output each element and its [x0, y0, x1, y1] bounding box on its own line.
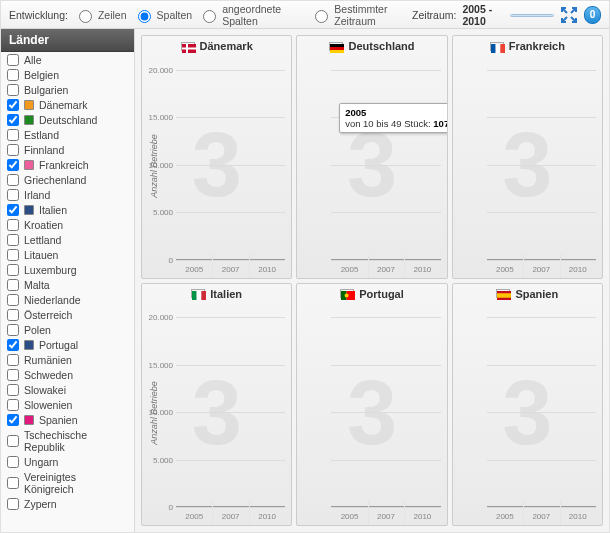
- sidebar-item-ungarn[interactable]: Ungarn: [1, 454, 134, 469]
- plot-area[interactable]: 3200520072010: [297, 302, 446, 526]
- sidebar-item-dänemark[interactable]: Dänemark: [1, 97, 134, 112]
- country-checkbox[interactable]: [7, 84, 19, 96]
- expand-icon[interactable]: [560, 6, 578, 24]
- range-label: Zeitraum:: [412, 9, 456, 21]
- flag-icon: [181, 42, 195, 51]
- country-checkbox[interactable]: [7, 498, 19, 510]
- color-swatch: [24, 340, 34, 350]
- sidebar-item-frankreich[interactable]: Frankreich: [1, 157, 134, 172]
- country-label: Italien: [39, 204, 67, 216]
- country-checkbox[interactable]: [7, 219, 19, 231]
- x-tick: 2005: [487, 265, 523, 274]
- notification-bubble[interactable]: 0: [584, 6, 601, 24]
- sidebar-item-österreich[interactable]: Österreich: [1, 307, 134, 322]
- y-tick: 20.000: [149, 313, 176, 322]
- country-checkbox[interactable]: [7, 204, 19, 216]
- axis-area: 200520072010: [331, 308, 440, 508]
- svg-rect-7: [495, 44, 500, 53]
- country-checkbox[interactable]: [7, 144, 19, 156]
- sidebar-item-spanien[interactable]: Spanien: [1, 412, 134, 427]
- sidebar-item-slowenien[interactable]: Slowenien: [1, 397, 134, 412]
- country-checkbox[interactable]: [7, 294, 19, 306]
- country-checkbox[interactable]: [7, 174, 19, 186]
- sidebar-item-griechenland[interactable]: Griechenland: [1, 172, 134, 187]
- sidebar-item-belgien[interactable]: Belgien: [1, 67, 134, 82]
- country-checkbox[interactable]: [7, 339, 19, 351]
- x-tick: 2007: [368, 512, 404, 521]
- sidebar-item-deutschland[interactable]: Deutschland: [1, 112, 134, 127]
- country-checkbox[interactable]: [7, 324, 19, 336]
- country-checkbox[interactable]: [7, 354, 19, 366]
- plot-area[interactable]: 3200520072010: [453, 302, 602, 526]
- sidebar-item-kroatien[interactable]: Kroatien: [1, 217, 134, 232]
- country-checkbox[interactable]: [7, 477, 19, 489]
- country-checkbox[interactable]: [7, 279, 19, 291]
- sidebar-item-luxemburg[interactable]: Luxemburg: [1, 262, 134, 277]
- flag-icon: [329, 42, 343, 51]
- sidebar-item-zypern[interactable]: Zypern: [1, 496, 134, 511]
- x-tick: 2005: [176, 265, 212, 274]
- y-tick: 0: [169, 503, 176, 512]
- radio-zeitraum[interactable]: Bestimmter Zeitraum: [310, 3, 400, 27]
- country-checkbox[interactable]: [7, 114, 19, 126]
- plot-area[interactable]: 3Anzahl Betriebe05.00010.00015.00020.000…: [142, 54, 291, 278]
- plot-area[interactable]: 3200520072010: [453, 54, 602, 278]
- x-tick: 2007: [523, 512, 559, 521]
- svg-rect-8: [500, 44, 505, 53]
- sidebar-item-irland[interactable]: Irland: [1, 187, 134, 202]
- sidebar-item-bulgarien[interactable]: Bulgarien: [1, 82, 134, 97]
- sidebar-item-rumänien[interactable]: Rumänien: [1, 352, 134, 367]
- sidebar-item-finnland[interactable]: Finnland: [1, 142, 134, 157]
- sidebar-item-vereinigtes-königreich[interactable]: Vereinigtes Königreich: [1, 469, 134, 496]
- country-checkbox[interactable]: [7, 384, 19, 396]
- axis-area: 200520072010: [487, 60, 596, 260]
- country-checkbox[interactable]: [7, 69, 19, 81]
- chart-panel-frankreich: Frankreich3200520072010: [452, 35, 603, 279]
- sidebar-item-polen[interactable]: Polen: [1, 322, 134, 337]
- sidebar-item-portugal[interactable]: Portugal: [1, 337, 134, 352]
- sidebar-item-alle[interactable]: Alle: [1, 52, 134, 67]
- bars-container: 200520072010: [176, 308, 285, 508]
- svg-point-14: [345, 294, 349, 298]
- sidebar-item-malta[interactable]: Malta: [1, 277, 134, 292]
- sidebar-item-italien[interactable]: Italien: [1, 202, 134, 217]
- country-checkbox[interactable]: [7, 54, 19, 66]
- country-checkbox[interactable]: [7, 369, 19, 381]
- sidebar-item-schweden[interactable]: Schweden: [1, 367, 134, 382]
- country-checkbox[interactable]: [7, 159, 19, 171]
- country-checkbox[interactable]: [7, 189, 19, 201]
- chart-title: Frankreich: [453, 36, 602, 54]
- country-label: Kroatien: [24, 219, 63, 231]
- sidebar-item-estland[interactable]: Estland: [1, 127, 134, 142]
- plot-area[interactable]: 32005200720102005von 10 bis 49 Stück: 10…: [297, 54, 446, 278]
- sidebar-item-niederlande[interactable]: Niederlande: [1, 292, 134, 307]
- radio-zeilen[interactable]: Zeilen: [74, 7, 127, 23]
- x-tick: 2005: [176, 512, 212, 521]
- svg-rect-9: [192, 291, 197, 300]
- radio-angeordnete[interactable]: angeordnete Spalten: [198, 3, 288, 27]
- sidebar-item-slowakei[interactable]: Slowakei: [1, 382, 134, 397]
- range-slider[interactable]: [510, 10, 554, 20]
- sidebar-item-lettland[interactable]: Lettland: [1, 232, 134, 247]
- chart-panel-spanien: Spanien3200520072010: [452, 283, 603, 527]
- y-tick: 0: [169, 255, 176, 264]
- radio-spalten[interactable]: Spalten: [133, 7, 193, 23]
- plot-area[interactable]: 3Anzahl Betriebe05.00010.00015.00020.000…: [142, 302, 291, 526]
- country-checkbox[interactable]: [7, 456, 19, 468]
- country-checkbox[interactable]: [7, 234, 19, 246]
- country-checkbox[interactable]: [7, 414, 19, 426]
- color-swatch: [24, 100, 34, 110]
- country-checkbox[interactable]: [7, 435, 19, 447]
- sidebar-item-tschechische-republik[interactable]: Tschechische Republik: [1, 427, 134, 454]
- chart-panel-deutschland: Deutschland32005200720102005von 10 bis 4…: [296, 35, 447, 279]
- country-label: Slowakei: [24, 384, 66, 396]
- country-checkbox[interactable]: [7, 309, 19, 321]
- country-checkbox[interactable]: [7, 264, 19, 276]
- svg-rect-10: [197, 291, 202, 300]
- sidebar-item-litauen[interactable]: Litauen: [1, 247, 134, 262]
- x-tick: 2010: [249, 512, 285, 521]
- country-checkbox[interactable]: [7, 399, 19, 411]
- country-checkbox[interactable]: [7, 99, 19, 111]
- country-checkbox[interactable]: [7, 249, 19, 261]
- country-checkbox[interactable]: [7, 129, 19, 141]
